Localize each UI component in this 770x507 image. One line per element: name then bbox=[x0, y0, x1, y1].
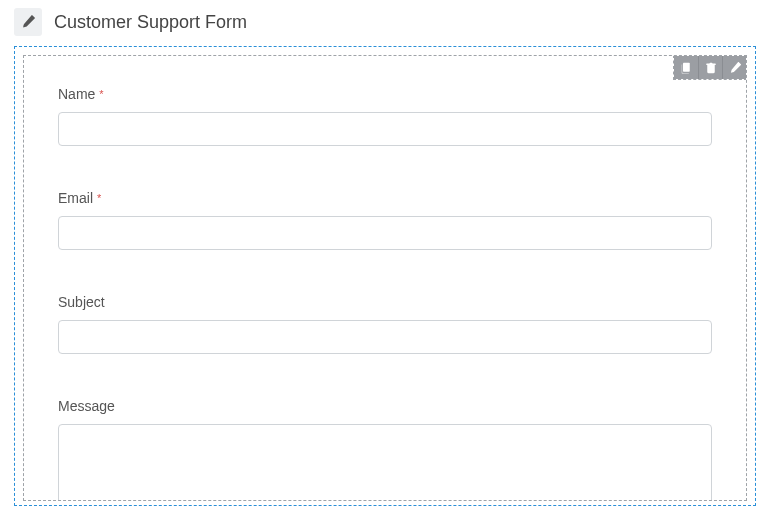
subject-input[interactable] bbox=[58, 320, 712, 354]
email-input[interactable] bbox=[58, 216, 712, 250]
copy-icon bbox=[680, 62, 692, 74]
page-header: Customer Support Form bbox=[0, 0, 770, 46]
delete-button[interactable] bbox=[698, 56, 722, 79]
required-marker: * bbox=[99, 88, 103, 100]
label-text: Message bbox=[58, 398, 115, 414]
pencil-icon[interactable] bbox=[14, 8, 42, 36]
label-text: Subject bbox=[58, 294, 105, 310]
field-label: Email * bbox=[58, 190, 712, 206]
form-container-inner[interactable]: Name * Email * Subject M bbox=[23, 55, 747, 501]
form-body: Name * Email * Subject M bbox=[24, 56, 746, 501]
page-title: Customer Support Form bbox=[54, 12, 247, 33]
form-container-outer[interactable]: Name * Email * Subject M bbox=[14, 46, 756, 506]
field-message: Message bbox=[58, 398, 712, 501]
field-label: Message bbox=[58, 398, 712, 414]
copy-button[interactable] bbox=[674, 56, 698, 79]
label-text: Email bbox=[58, 190, 93, 206]
pencil-icon bbox=[729, 62, 741, 74]
block-toolbar bbox=[673, 55, 747, 80]
field-subject: Subject bbox=[58, 294, 712, 354]
field-label: Name * bbox=[58, 86, 712, 102]
field-name: Name * bbox=[58, 86, 712, 146]
field-label: Subject bbox=[58, 294, 712, 310]
required-marker: * bbox=[97, 192, 101, 204]
edit-button[interactable] bbox=[722, 56, 746, 79]
name-input[interactable] bbox=[58, 112, 712, 146]
field-email: Email * bbox=[58, 190, 712, 250]
trash-icon bbox=[705, 62, 717, 74]
message-input[interactable] bbox=[58, 424, 712, 501]
label-text: Name bbox=[58, 86, 95, 102]
